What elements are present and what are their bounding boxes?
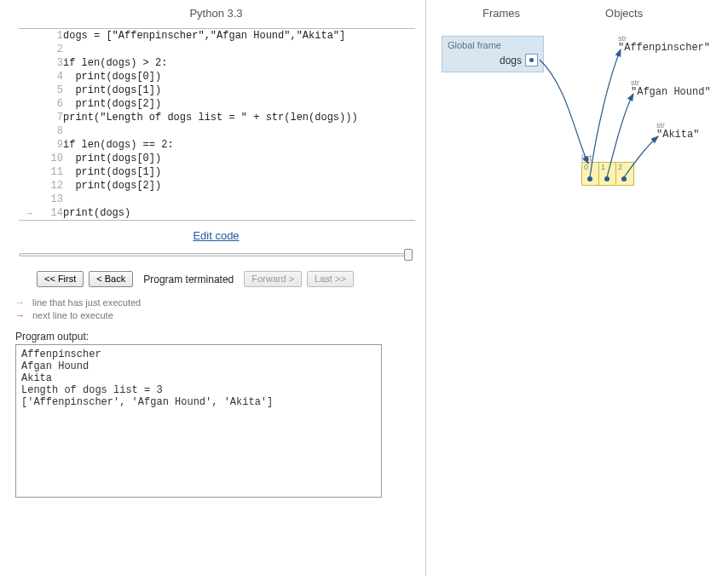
code-text (63, 124, 415, 138)
execution-slider[interactable] (19, 249, 413, 261)
code-line: 13 (19, 193, 415, 206)
code-line: 5 print(dogs[1]) (19, 84, 415, 97)
line-number: 14 (34, 206, 63, 221)
code-text: print(dogs[2]) (63, 179, 415, 193)
objects-header: Objects (605, 7, 643, 20)
code-text: print("Length of dogs list = " + str(len… (63, 111, 415, 124)
line-number: 12 (34, 179, 63, 193)
line-number: 8 (34, 124, 63, 138)
list-cell-1: 1 (599, 163, 616, 185)
line-number: 1 (34, 29, 63, 43)
code-line: 7print("Length of dogs list = " + str(le… (19, 111, 415, 124)
status-text: Program terminated (143, 274, 234, 285)
code-text: print(dogs[0]) (63, 152, 415, 165)
code-line: →14print(dogs) (19, 206, 415, 221)
global-frame: Global frame dogs (442, 36, 544, 72)
string-object: str"Afgan Hound" (631, 78, 711, 98)
line-number: 4 (34, 70, 63, 84)
last-button: Last >> (307, 271, 354, 287)
var-pointer-cell (525, 54, 538, 66)
pointer-dot (587, 176, 592, 181)
list-cell-2: 2 (616, 163, 633, 185)
back-button[interactable]: < Back (89, 271, 133, 287)
code-listing: 1dogs = ["Affenpinscher","Afgan Hound","… (19, 28, 415, 221)
code-line: 1dogs = ["Affenpinscher","Afgan Hound","… (19, 29, 415, 43)
code-text: if len(dogs) > 2: (63, 56, 415, 70)
output-box[interactable]: Affenpinscher Afgan Hound Akita Length o… (15, 344, 382, 498)
code-line: 4 print(dogs[0]) (19, 70, 415, 84)
code-line: 9if len(dogs) == 2: (19, 138, 415, 152)
string-value: "Affenpinscher" (618, 42, 710, 54)
slider-thumb[interactable] (404, 249, 413, 261)
code-panel: Python 3.3 1dogs = ["Affenpinscher","Afg… (0, 0, 426, 576)
string-value: "Afgan Hound" (631, 86, 711, 98)
controls-row: << First < Back Program terminated Forwa… (37, 271, 417, 287)
output-label: Program output: (15, 331, 417, 343)
legend-exec-text: line that has just executed (32, 297, 141, 308)
code-text: print(dogs[2]) (63, 97, 415, 111)
code-text (63, 43, 415, 56)
first-button[interactable]: << First (37, 271, 84, 287)
frames-header: Frames (482, 7, 520, 20)
code-text: print(dogs) (63, 206, 415, 221)
line-number: 9 (34, 138, 63, 152)
global-frame-title: Global frame (448, 40, 538, 50)
string-object: str"Affenpinscher" (618, 34, 710, 54)
code-text: if len(dogs) == 2: (63, 138, 415, 152)
line-number: 13 (34, 193, 63, 206)
line-number: 3 (34, 56, 63, 70)
string-value: "Akita" (656, 129, 699, 141)
code-text: dogs = ["Affenpinscher","Afgan Hound","A… (63, 29, 415, 43)
line-number: 2 (34, 43, 63, 56)
code-line: 2 (19, 43, 415, 56)
code-line: 11 print(dogs[1]) (19, 165, 415, 179)
edit-code-link[interactable]: Edit code (15, 229, 417, 242)
code-text: print(dogs[0]) (63, 70, 415, 84)
code-line: 10 print(dogs[0]) (19, 152, 415, 165)
code-line: 12 print(dogs[2]) (19, 179, 415, 193)
line-number: 5 (34, 84, 63, 97)
code-line: 3if len(dogs) > 2: (19, 56, 415, 70)
line-number: 11 (34, 165, 63, 179)
language-title: Python 3.3 (15, 7, 417, 20)
legend-next-arrow-icon: → (15, 310, 29, 320)
code-text: print(dogs[1]) (63, 84, 415, 97)
exec-arrow-icon: → (24, 207, 34, 219)
list-cell-0: 0 (582, 163, 599, 185)
line-number: 10 (34, 152, 63, 165)
code-line: 8 (19, 124, 415, 138)
code-text (63, 193, 415, 206)
line-number: 7 (34, 111, 63, 124)
forward-button: Forward > (244, 271, 302, 287)
line-number: 6 (34, 97, 63, 111)
string-object: str"Akita" (656, 121, 699, 141)
code-line: 6 print(dogs[2]) (19, 97, 415, 111)
list-object: 0 1 2 (581, 162, 634, 186)
var-name: dogs (500, 55, 522, 66)
slider-track (19, 253, 413, 256)
pointer-dot (621, 176, 627, 181)
code-text: print(dogs[1]) (63, 165, 415, 179)
legend: → line that has just executed → next lin… (15, 297, 417, 320)
legend-next-text: next line to execute (32, 310, 113, 320)
visualization-panel: Frames Objects Global frame dogs list 0 … (426, 0, 728, 576)
pointer-dot (604, 176, 610, 181)
legend-exec-arrow-icon: → (15, 297, 29, 308)
